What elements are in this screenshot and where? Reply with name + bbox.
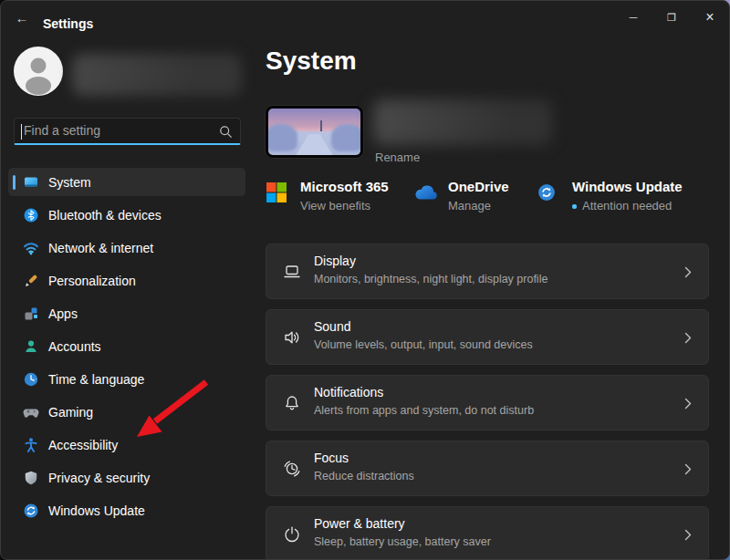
card-title: Notifications — [314, 385, 383, 399]
device-thumbnail — [266, 106, 363, 158]
power-icon — [282, 524, 302, 544]
card-power-battery[interactable]: Power & battery Sleep, battery usage, ba… — [266, 506, 709, 560]
wallpaper-spire — [320, 120, 322, 131]
page-title: System — [266, 47, 357, 76]
device-wallpaper — [268, 109, 360, 155]
system-icon — [23, 174, 39, 191]
card-focus[interactable]: Focus Reduce distractions — [266, 441, 709, 496]
personalization-icon — [23, 273, 39, 289]
status-onedrive[interactable]: OneDrive Manage — [413, 177, 509, 215]
chevron-right-icon — [684, 332, 692, 344]
sidebar-item-label: Gaming — [48, 405, 93, 420]
accessibility-icon — [23, 437, 39, 453]
wallpaper-river — [296, 134, 332, 155]
sidebar-item-label: Privacy & security — [48, 471, 150, 485]
network-icon — [23, 240, 39, 256]
sidebar-item-label: Time & language — [48, 372, 144, 387]
accounts-icon — [23, 338, 39, 355]
settings-window: ← Settings ─ ❐ × — [0, 0, 730, 560]
bluetooth-icon — [23, 207, 39, 223]
microsoft-logo — [266, 181, 287, 207]
window-title: Settings — [43, 16, 93, 31]
sidebar-item-personalization[interactable]: Personalization — [8, 266, 245, 295]
minimize-button[interactable]: ─ — [614, 1, 652, 34]
sound-icon — [282, 327, 302, 347]
notifications-bell-icon — [282, 393, 302, 413]
privacy-shield-icon — [23, 470, 39, 486]
card-notifications[interactable]: Notifications Alerts from apps and syste… — [266, 375, 709, 430]
maximize-button[interactable]: ❐ — [652, 1, 691, 34]
minimize-icon: ─ — [630, 11, 638, 24]
chevron-right-icon — [684, 266, 692, 278]
sidebar-item-apps[interactable]: Apps — [8, 299, 245, 327]
sidebar-item-label: Network & internet — [48, 241, 153, 255]
card-title: Sound — [314, 319, 350, 334]
sidebar-item-label: Personalization — [48, 274, 136, 288]
sidebar-item-label: Bluetooth & devices — [48, 208, 162, 223]
status-microsoft-365[interactable]: Microsoft 365 View benefits — [266, 177, 389, 215]
sidebar-item-windows-update[interactable]: Windows Update — [8, 496, 245, 524]
rename-link[interactable]: Rename — [375, 150, 420, 164]
back-button[interactable]: ← — [8, 5, 36, 30]
status-subtitle[interactable]: Attention needed — [582, 197, 672, 215]
apps-icon — [23, 306, 39, 322]
status-windows-update[interactable]: Windows Update Attention needed — [537, 177, 683, 215]
user-name-redacted — [72, 54, 242, 96]
user-avatar[interactable] — [14, 47, 63, 96]
card-subtitle: Reduce distractions — [314, 470, 414, 482]
card-sound[interactable]: Sound Volume levels, output, input, soun… — [266, 309, 709, 365]
person-icon — [14, 47, 63, 96]
windows-update-icon — [23, 503, 39, 519]
search-input[interactable] — [15, 119, 240, 143]
status-title: OneDrive — [448, 177, 509, 197]
chevron-right-icon — [684, 463, 692, 475]
titlebar: ← Settings ─ ❐ × — [1, 1, 729, 34]
card-subtitle: Volume levels, output, input, sound devi… — [314, 338, 533, 351]
sidebar-item-label: Accessibility — [48, 438, 118, 452]
card-title: Focus — [314, 451, 349, 465]
focus-icon — [282, 459, 302, 479]
wallpaper-trees-left — [268, 124, 297, 151]
card-subtitle: Sleep, battery usage, battery saver — [314, 535, 491, 548]
search-box[interactable] — [14, 118, 241, 145]
sidebar-item-accessibility[interactable]: Accessibility — [8, 430, 245, 459]
close-icon: × — [705, 9, 714, 26]
card-title: Display — [314, 254, 356, 268]
sidebar-item-label: Accounts — [48, 339, 101, 354]
sidebar-item-label: System — [48, 175, 91, 190]
text-caret — [21, 124, 22, 140]
card-subtitle: Alerts from apps and system, do not dist… — [314, 404, 534, 417]
sidebar-nav: System Bluetooth & devices Network & — [8, 168, 245, 524]
sidebar-item-gaming[interactable]: Gaming — [8, 398, 245, 426]
status-title: Windows Update — [572, 177, 683, 197]
status-subtitle[interactable]: View benefits — [300, 197, 370, 215]
status-title: Microsoft 365 — [300, 177, 389, 197]
card-title: Power & battery — [314, 516, 405, 531]
search-icon — [219, 125, 233, 139]
attention-dot — [572, 204, 577, 209]
status-subtitle[interactable]: Manage — [448, 197, 491, 215]
chevron-right-icon — [684, 398, 692, 410]
sidebar-item-network[interactable]: Network & internet — [8, 233, 245, 262]
card-display[interactable]: Display Monitors, brightness, night ligh… — [266, 244, 709, 299]
selection-indicator — [13, 175, 16, 190]
device-name-redacted — [373, 99, 552, 145]
onedrive-icon — [413, 185, 439, 205]
sidebar-item-system[interactable]: System — [8, 168, 245, 196]
gaming-icon — [23, 404, 39, 420]
close-button[interactable]: × — [691, 1, 729, 34]
window-controls: ─ ❐ × — [614, 1, 729, 34]
maximize-icon: ❐ — [667, 12, 676, 24]
wallpaper-trees-right — [331, 124, 360, 151]
display-icon — [282, 262, 302, 282]
sidebar-item-time-language[interactable]: Time & language — [8, 365, 245, 393]
settings-card-list: Display Monitors, brightness, night ligh… — [266, 244, 709, 560]
sidebar-item-bluetooth[interactable]: Bluetooth & devices — [8, 201, 245, 229]
sidebar-item-accounts[interactable]: Accounts — [8, 332, 245, 360]
windows-update-icon — [537, 183, 556, 205]
back-arrow-icon: ← — [16, 10, 29, 26]
card-subtitle: Monitors, brightness, night light, displ… — [314, 273, 548, 285]
sidebar-item-privacy[interactable]: Privacy & security — [8, 463, 245, 492]
sidebar-item-label: Apps — [48, 306, 78, 321]
time-language-icon — [23, 371, 39, 388]
